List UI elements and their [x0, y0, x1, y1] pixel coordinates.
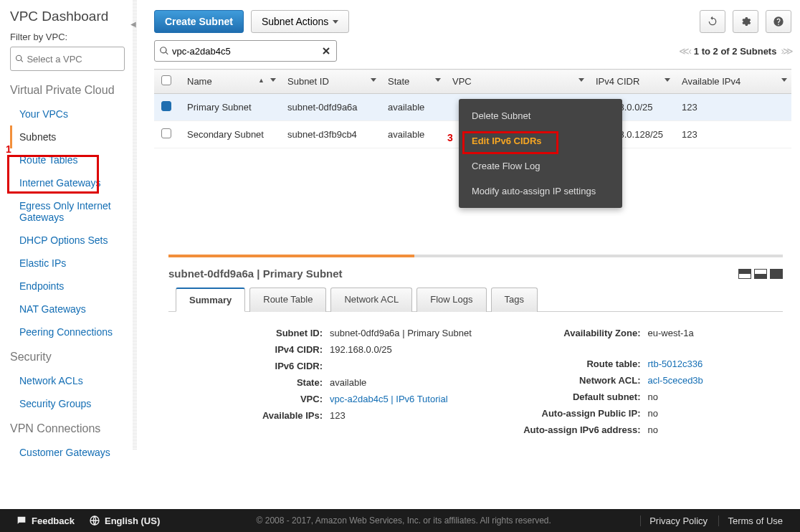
nav-your-vpcs[interactable]: Your VPCs: [10, 103, 125, 125]
nav-egress-igw[interactable]: Egress Only Internet Gateways: [10, 194, 125, 229]
cell-state: available: [381, 121, 445, 148]
col-vpc[interactable]: VPC: [445, 70, 589, 94]
nacl-link[interactable]: acl-5ceced3b: [648, 375, 703, 386]
nav-nat[interactable]: NAT Gateways: [10, 298, 125, 320]
layout-full-icon[interactable]: [770, 269, 783, 279]
row-checkbox[interactable]: [161, 101, 171, 111]
toolbar: Create Subnet Subnet Actions: [140, 0, 800, 40]
col-ipv4-cidr[interactable]: IPv4 CIDR: [589, 70, 675, 94]
nav-subnets[interactable]: Subnets: [10, 125, 125, 148]
filter-label: Filter by VPC:: [10, 32, 125, 42]
cell-name: Primary Subnet: [180, 94, 280, 121]
vpc-filter[interactable]: [10, 47, 125, 71]
tab-tags[interactable]: Tags: [491, 288, 538, 312]
nav-sgs[interactable]: Security Groups: [10, 392, 125, 415]
cell-subnet-id: subnet-d3fb9cb4: [280, 121, 381, 148]
footer: Feedback English (US) © 2008 - 2017, Ama…: [0, 509, 800, 532]
detail-splitter[interactable]: [168, 255, 783, 257]
cell-subnet-id: subnet-0dfd9a6a: [280, 94, 381, 121]
col-avail-ipv4[interactable]: Available IPv4: [675, 70, 791, 94]
search-box[interactable]: [154, 40, 337, 62]
col-name[interactable]: Name▲: [180, 70, 280, 94]
detail-title: subnet-0dfd9a6a | Primary Subnet: [168, 267, 783, 280]
menu-create-flow-log[interactable]: Create Flow Log: [459, 153, 622, 179]
menu-edit-ipv6-cidrs[interactable]: Edit IPv6 CIDRs: [459, 128, 622, 153]
create-subnet-button[interactable]: Create Subnet: [154, 10, 244, 33]
search-row: ≪ ‹ 1 to 2 of 2 Subnets › ≫: [140, 40, 800, 69]
pager-text: 1 to 2 of 2 Subnets: [694, 46, 777, 57]
tab-route-table[interactable]: Route Table: [249, 288, 326, 312]
route-table-link[interactable]: rtb-5012c336: [648, 358, 703, 369]
col-subnet-id[interactable]: Subnet ID: [280, 70, 381, 94]
gear-icon: [740, 16, 751, 27]
cell-avail: 123: [675, 121, 791, 148]
detail-pane: subnet-0dfd9a6a | Primary Subnet Summary…: [154, 257, 791, 438]
tab-flow-logs[interactable]: Flow Logs: [416, 288, 486, 312]
sidebar-divider[interactable]: ◀: [133, 0, 137, 450]
nav-cgw[interactable]: Customer Gateways: [10, 441, 125, 464]
section-vpn: VPN Connections: [10, 422, 125, 435]
detail-tabs: Summary Route Table Network ACL Flow Log…: [168, 287, 783, 312]
context-menu: Delete Subnet Edit IPv6 CIDRs Create Flo…: [459, 99, 622, 208]
cell-name: Secondary Subnet: [180, 121, 280, 148]
col-state[interactable]: State: [381, 70, 445, 94]
search-icon: [159, 46, 169, 56]
search-icon: [15, 54, 24, 64]
language-button[interactable]: English (US): [82, 515, 167, 526]
layout-icons: [738, 269, 783, 279]
sidebar-title[interactable]: VPC Dashboard: [10, 9, 125, 24]
annotation-marker-3: 3: [447, 132, 453, 143]
search-input[interactable]: [169, 46, 320, 57]
nav-route-tables[interactable]: Route Tables: [10, 148, 125, 171]
settings-button[interactable]: [733, 10, 758, 33]
terms-link[interactable]: Terms of Use: [718, 516, 791, 526]
refresh-icon: [707, 16, 718, 27]
section-vpc: Virtual Private Cloud: [10, 84, 125, 97]
tab-network-acl[interactable]: Network ACL: [330, 288, 412, 312]
tab-summary[interactable]: Summary: [176, 288, 245, 312]
refresh-button[interactable]: [700, 10, 725, 33]
main-content: Create Subnet Subnet Actions ≪ ‹ 1 to 2 …: [140, 0, 800, 509]
footer-copyright: © 2008 - 2017, Amazon Web Services, Inc.…: [167, 516, 640, 526]
privacy-link[interactable]: Privacy Policy: [640, 516, 716, 526]
subnet-actions-button[interactable]: Subnet Actions: [251, 10, 349, 33]
pager: ≪ ‹ 1 to 2 of 2 Subnets › ≫: [679, 45, 791, 57]
pager-next-icon[interactable]: › ≫: [781, 45, 791, 57]
sidebar: 1 VPC Dashboard Filter by VPC: Virtual P…: [0, 0, 132, 509]
select-all-checkbox[interactable]: [161, 75, 171, 85]
nav-peering[interactable]: Peering Connections: [10, 320, 125, 343]
vpc-filter-input[interactable]: [27, 54, 120, 65]
layout-top-icon[interactable]: [738, 269, 751, 279]
globe-icon: [89, 515, 100, 526]
feedback-button[interactable]: Feedback: [9, 515, 82, 526]
cell-avail: 123: [675, 94, 791, 121]
feedback-icon: [16, 515, 27, 526]
summary-kv: Subnet ID:subnet-0dfd9a6a | Primary Subn…: [168, 325, 783, 438]
nav-dhcp[interactable]: DHCP Options Sets: [10, 229, 125, 252]
layout-split-icon[interactable]: [754, 269, 767, 279]
help-icon: [773, 16, 784, 27]
clear-search-icon[interactable]: [320, 45, 332, 57]
chevron-down-icon: [333, 20, 338, 24]
vpc-link[interactable]: vpc-a2dab4c5 | IPv6 Tutorial: [330, 394, 448, 404]
menu-modify-auto-assign[interactable]: Modify auto-assign IP settings: [459, 179, 622, 204]
cell-state: available: [381, 94, 445, 121]
collapse-handle-icon[interactable]: ◀: [130, 20, 139, 34]
nav-nacls[interactable]: Network ACLs: [10, 369, 125, 392]
section-security: Security: [10, 351, 125, 364]
row-checkbox[interactable]: [161, 128, 171, 138]
pager-prev-icon[interactable]: ≪ ‹: [679, 45, 690, 57]
nav-endpoints[interactable]: Endpoints: [10, 275, 125, 298]
menu-delete-subnet[interactable]: Delete Subnet: [459, 103, 622, 128]
nav-internet-gateways[interactable]: Internet Gateways: [10, 171, 125, 194]
annotation-marker-1: 1: [6, 143, 11, 155]
col-select[interactable]: [154, 70, 180, 94]
nav-eips[interactable]: Elastic IPs: [10, 252, 125, 275]
help-button[interactable]: [766, 10, 791, 33]
